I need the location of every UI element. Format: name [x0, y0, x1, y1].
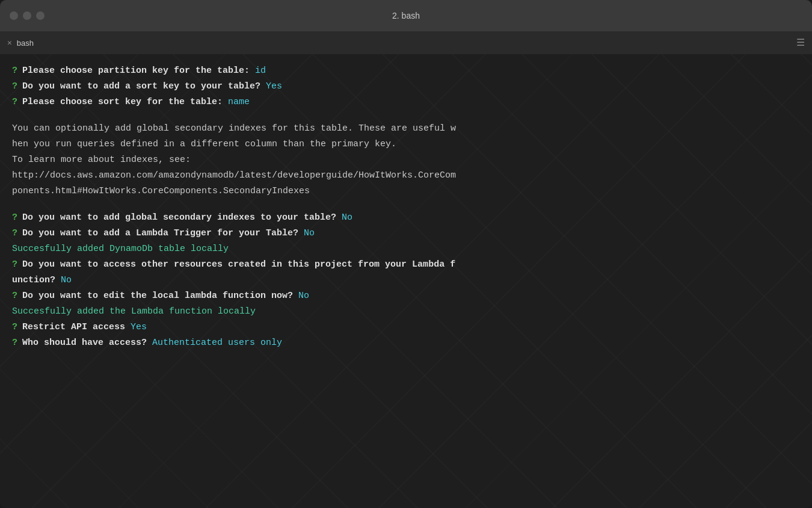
line-answer: Authenticated users only	[152, 336, 282, 350]
line-text: Do you want to add global secondary inde…	[22, 211, 342, 225]
title-bar: 2. bash	[0, 0, 812, 31]
success-dynamodb: Succesfully added DynamoDb table locally	[12, 242, 800, 256]
tab-close-icon[interactable]: ✕	[7, 38, 12, 48]
maximize-button[interactable]	[36, 11, 45, 20]
prompt-mark: ?	[12, 320, 17, 335]
line-access-resources-1: ? Do you want to access other resources …	[12, 258, 800, 272]
prompt-mark: ?	[12, 289, 17, 303]
info-block-4: http://docs.aws.amazon.com/amazondynamod…	[12, 169, 800, 183]
prompt-mark: ?	[12, 64, 17, 78]
prompt-mark: ?	[12, 336, 17, 350]
spacer-2	[12, 200, 800, 211]
line-sort-key-choice: ? Please choose sort key for the table: …	[12, 95, 800, 110]
line-text: Do you want to access other resources cr…	[22, 258, 455, 272]
minimize-button[interactable]	[23, 11, 31, 20]
line-lambda-trigger: ? Do you want to add a Lambda Trigger fo…	[12, 226, 800, 241]
tab-label[interactable]: bash	[17, 39, 796, 48]
line-answer: No	[298, 289, 309, 303]
line-answer: No	[304, 226, 315, 241]
prompt-mark: ?	[12, 211, 17, 225]
menu-icon[interactable]: ☰	[796, 37, 805, 49]
terminal-window: 2. bash ✕ bash ☰ ? Please choose partiti…	[0, 0, 812, 508]
line-text: Do you want to edit the local lambda fun…	[22, 289, 298, 303]
traffic-lights	[10, 11, 45, 20]
line-text: Do you want to add a sort key to your ta…	[22, 79, 266, 94]
line-answer: Yes	[266, 79, 282, 94]
window-title: 2. bash	[392, 11, 420, 20]
info-block-5: ponents.html#HowItWorks.CoreComponents.S…	[12, 184, 800, 199]
info-block-3: To learn more about indexes, see:	[12, 153, 800, 167]
spacer	[12, 111, 800, 122]
line-answer: name	[228, 95, 250, 110]
line-answer: id	[255, 64, 266, 78]
close-button[interactable]	[10, 11, 18, 20]
success-lambda: Succesfully added the Lambda function lo…	[12, 305, 800, 319]
line-sort-key-question: ? Do you want to add a sort key to your …	[12, 79, 800, 94]
line-access-resources-2: unction? No	[12, 273, 800, 288]
line-who-access: ? Who should have access? Authenticated …	[12, 336, 800, 350]
info-block-2: hen you run queries defined in a differe…	[12, 137, 800, 152]
info-block: You can optionally add global secondary …	[12, 122, 800, 136]
prompt-mark: ?	[12, 226, 17, 241]
line-edit-lambda: ? Do you want to edit the local lambda f…	[12, 289, 800, 303]
line-partition-key: ? Please choose partition key for the ta…	[12, 64, 800, 78]
line-answer: Yes	[131, 320, 147, 335]
line-text: Please choose sort key for the table:	[22, 95, 228, 110]
prompt-mark: ?	[12, 95, 17, 110]
prompt-mark: ?	[12, 258, 17, 272]
terminal-body: ? Please choose partition key for the ta…	[0, 54, 812, 508]
line-answer: No	[342, 211, 352, 225]
line-text: Please choose partition key for the tabl…	[22, 64, 255, 78]
line-text: Restrict API access	[22, 320, 131, 335]
line-text: Who should have access?	[22, 336, 152, 350]
line-gsi: ? Do you want to add global secondary in…	[12, 211, 800, 225]
line-answer: No	[61, 273, 72, 288]
prompt-mark: ?	[12, 79, 17, 94]
line-restrict-api: ? Restrict API access Yes	[12, 320, 800, 335]
line-text: unction?	[12, 273, 61, 288]
tab-bar: ✕ bash ☰	[0, 31, 812, 54]
line-text: Do you want to add a Lambda Trigger for …	[22, 226, 304, 241]
